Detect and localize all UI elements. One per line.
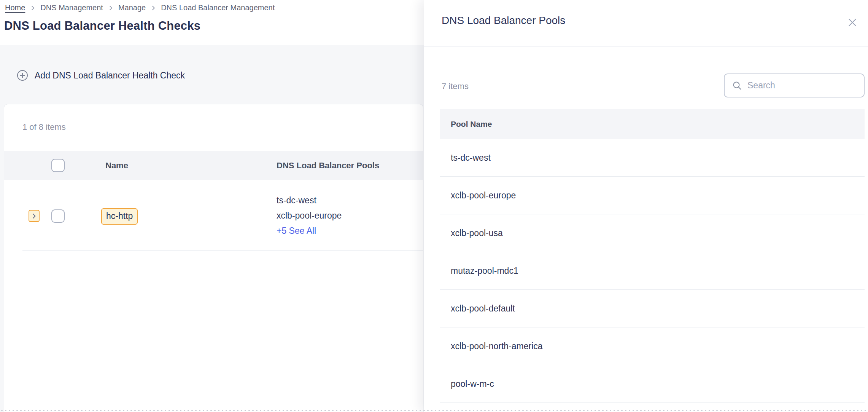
pool-name-text: ts-dc-west [277, 193, 342, 208]
column-header-pools: DNS Load Balancer Pools [277, 161, 379, 171]
see-all-link[interactable]: +5 See All [277, 223, 316, 238]
pool-row: xclb-pool-europe [440, 177, 865, 214]
add-health-check-label: Add DNS Load Balancer Health Check [35, 70, 185, 81]
pool-row: ts-dc-west [440, 139, 865, 177]
breadcrumb-item-dns-management[interactable]: DNS Management [40, 3, 103, 12]
chevron-right-icon [31, 5, 35, 11]
pool-name-text: xclb-pool-europe [277, 208, 342, 223]
plus-circle-icon [17, 70, 28, 81]
pool-row: mutaz-pool-mdc1 [440, 252, 865, 290]
health-checks-card: 1 of 8 items Name DNS Load Balancer Pool… [4, 104, 423, 412]
column-header-name: Name [105, 161, 128, 171]
search-icon [732, 81, 742, 91]
pools-table: Pool Name ts-dc-west xclb-pool-europe xc… [440, 109, 865, 403]
breadcrumb-item-home[interactable]: Home [5, 3, 25, 12]
breadcrumb: Home DNS Management Manage DNS Load Bala… [5, 3, 275, 12]
pool-name-text: xclb-pool-europe [451, 190, 516, 201]
add-health-check-button[interactable]: Add DNS Load Balancer Health Check [17, 70, 185, 81]
row-checkbox[interactable] [51, 209, 65, 223]
breadcrumb-item-dns-lb-management: DNS Load Balancer Management [161, 3, 275, 12]
drawer-title: DNS Load Balancer Pools [442, 14, 565, 27]
page-title: DNS Load Balancer Health Checks [4, 19, 200, 33]
column-header-pool-name: Pool Name [451, 120, 492, 129]
close-button[interactable] [846, 16, 859, 29]
close-icon [847, 18, 857, 27]
pools-cell: ts-dc-west xclb-pool-europe +5 See All [277, 193, 342, 238]
pool-name-text: ts-dc-west [451, 153, 491, 163]
pool-name-text: mutaz-pool-mdc1 [451, 266, 518, 276]
pool-name-text: xclb-pool-usa [451, 228, 503, 238]
pool-row: xclb-pool-usa [440, 214, 865, 252]
search-box [724, 73, 865, 97]
pool-row: pool-w-m-c [440, 365, 865, 403]
pool-row: xclb-pool-north-america [440, 327, 865, 365]
drawer-header-divider [424, 46, 868, 47]
chevron-right-icon [32, 213, 36, 219]
pools-column-header-row: Pool Name [440, 109, 865, 139]
drawer-items-count: 7 items [442, 81, 469, 91]
search-input[interactable] [747, 80, 858, 91]
pool-name-text: xclb-pool-north-america [451, 341, 543, 351]
select-all-checkbox[interactable] [51, 159, 65, 172]
table-row: hc-http ts-dc-west xclb-pool-europe +5 S… [4, 180, 423, 251]
bottom-dotted-edge [0, 410, 868, 412]
pools-drawer: DNS Load Balancer Pools 7 items Pool Nam… [424, 0, 868, 412]
breadcrumb-item-manage[interactable]: Manage [118, 3, 146, 12]
app-root: Home DNS Management Manage DNS Load Bala… [0, 0, 868, 412]
pool-row: xclb-pool-default [440, 290, 865, 327]
pool-name-text: pool-w-m-c [451, 379, 494, 389]
row-expander-button[interactable] [29, 210, 40, 222]
table-header-row: Name DNS Load Balancer Pools [4, 151, 423, 180]
chevron-right-icon [151, 5, 155, 11]
chevron-right-icon [109, 5, 113, 11]
items-count: 1 of 8 items [22, 122, 66, 132]
pool-name-text: xclb-pool-default [451, 303, 515, 314]
health-check-name-link[interactable]: hc-http [101, 208, 138, 225]
